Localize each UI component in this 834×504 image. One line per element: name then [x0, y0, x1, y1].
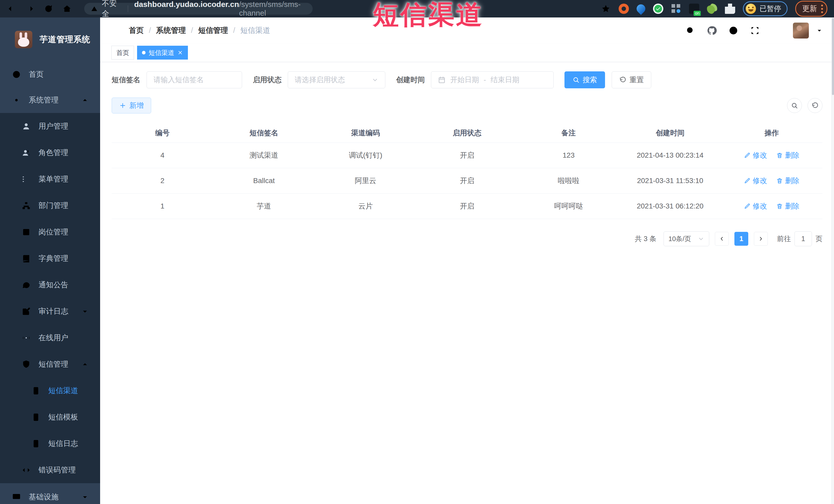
security-label: 不安全 — [102, 0, 122, 19]
tab-home[interactable]: 首页 — [111, 46, 134, 60]
avatar[interactable] — [793, 23, 809, 39]
sidebar-item-posts[interactable]: 岗位管理 — [0, 219, 100, 245]
chevron-left-icon — [719, 236, 725, 242]
font-size-icon[interactable] — [771, 25, 782, 36]
sidebar-item-online-users[interactable]: 在线用户 — [0, 325, 100, 351]
edit-link[interactable]: 修改 — [744, 201, 767, 211]
collapse-sidebar-icon[interactable] — [109, 25, 120, 36]
extensions-puzzle-icon[interactable] — [725, 4, 735, 14]
sidebar-item-depts[interactable]: 部门管理 — [0, 192, 100, 219]
tab-sms-channel[interactable]: 短信渠道 — [137, 46, 188, 60]
update-label: 更新 — [802, 4, 817, 14]
table-row: 4 测试渠道 调试(钉钉) 开启 123 2021-04-13 00:23:14… — [112, 143, 822, 168]
sidebar-item-error-code[interactable]: 错误码管理 — [0, 457, 100, 483]
chevron-up-icon — [81, 360, 89, 368]
address-bar[interactable]: 不安全 dashboard.yudao.iocoder.cn/system/sm… — [84, 3, 313, 15]
refresh-table-button[interactable] — [808, 98, 822, 113]
pagination: 共 3 条 10条/页 1 前往 页 — [112, 231, 822, 246]
refresh-icon — [811, 102, 818, 109]
extension-icon-grid[interactable] — [671, 4, 681, 14]
sidebar-item-sms-log[interactable]: 短信日志 — [0, 430, 100, 457]
toggle-search-button[interactable] — [787, 98, 802, 113]
sidebar-item-sms-template[interactable]: 短信模板 — [0, 404, 100, 430]
page-size-select[interactable]: 10条/页 — [663, 231, 709, 246]
browser-home-icon[interactable] — [62, 4, 72, 14]
page-content: 短信签名 启用状态 请选择启用状态 创建时间 — [100, 62, 834, 504]
delete-link[interactable]: 删除 — [776, 151, 799, 160]
sidebar-item-notice[interactable]: 通知公告 — [0, 272, 100, 298]
breadcrumb-home[interactable]: 首页 — [129, 25, 144, 36]
page-number-1[interactable]: 1 — [734, 232, 748, 246]
prev-page-button[interactable] — [715, 232, 729, 246]
phone-icon — [31, 439, 41, 448]
browser-update-button[interactable]: 更新 — [795, 1, 827, 17]
browser-toolbar: 不安全 dashboard.yudao.iocoder.cn/system/sm… — [0, 0, 834, 18]
sidebar-item-audit-log[interactable]: 审计日志 — [0, 298, 100, 325]
chevron-right-icon — [758, 236, 764, 242]
sidebar-item-infra[interactable]: 基础设施 — [0, 484, 100, 504]
delete-link[interactable]: 删除 — [776, 176, 799, 185]
sidebar-item-roles[interactable]: 角色管理 — [0, 139, 100, 166]
edit-link[interactable]: 修改 — [744, 176, 767, 185]
tags-view-bar: 首页 短信渠道 — [100, 44, 834, 62]
browser-menu-icon[interactable] — [821, 5, 823, 13]
breadcrumb-sms[interactable]: 短信管理 — [186, 25, 228, 36]
sidebar-item-sms-channel[interactable]: 短信渠道 — [0, 377, 100, 404]
range-separator: - — [484, 76, 486, 84]
sidebar-item-home[interactable]: 首页 — [0, 62, 100, 87]
date-range-picker[interactable]: 开始日期 - 结束日期 — [431, 71, 554, 88]
url-path: /system/sms/sms-channel — [239, 0, 306, 18]
breadcrumb-current: 短信渠道 — [228, 25, 270, 36]
chevron-down-icon[interactable] — [816, 27, 823, 34]
github-icon[interactable] — [707, 25, 717, 36]
profile-emoji-icon — [746, 4, 756, 14]
page-scrollbar[interactable] — [831, 18, 834, 504]
app-header: 首页 系统管理 短信管理 短信渠道 — [100, 18, 834, 44]
code-icon — [22, 465, 31, 475]
sidebar-item-system[interactable]: 系统管理 — [0, 87, 100, 113]
reset-button[interactable]: 重置 — [612, 71, 651, 88]
main-area: 首页 系统管理 短信管理 短信渠道 首页 短信渠道 — [100, 18, 834, 504]
browser-forward-icon[interactable] — [25, 4, 35, 14]
edit-link[interactable]: 修改 — [744, 151, 767, 160]
delete-link[interactable]: 删除 — [776, 201, 799, 211]
fullscreen-icon[interactable] — [750, 25, 760, 36]
sidebar: 芋道管理系统 首页 系统管理 用户管理 角色管理 菜单管理 — [0, 18, 100, 504]
edit-icon — [744, 203, 751, 210]
browser-back-icon[interactable] — [7, 4, 17, 14]
sidebar-item-users[interactable]: 用户管理 — [0, 113, 100, 139]
header-actions — [685, 23, 823, 39]
breadcrumb-system[interactable]: 系统管理 — [144, 25, 186, 36]
page-unit-label: 页 — [815, 234, 822, 243]
status-select[interactable]: 请选择启用状态 — [288, 71, 385, 88]
goto-page-input[interactable] — [794, 231, 812, 246]
scrollbar-thumb[interactable] — [832, 18, 834, 95]
next-page-button[interactable] — [754, 232, 768, 246]
filter-form: 短信签名 启用状态 请选择启用状态 创建时间 — [112, 71, 822, 88]
goto-label: 前往 — [777, 234, 791, 243]
plus-icon — [119, 102, 126, 109]
chevron-up-icon — [81, 96, 89, 104]
search-button[interactable]: 搜索 — [565, 71, 605, 88]
sidebar-item-sms[interactable]: 短信管理 — [0, 351, 100, 377]
extension-icon-pin[interactable] — [635, 3, 647, 15]
search-icon[interactable] — [685, 25, 695, 36]
sign-input[interactable] — [154, 76, 235, 84]
close-icon[interactable] — [177, 50, 183, 56]
sidebar-logo[interactable]: 芋道管理系统 — [0, 18, 100, 62]
profile-paused-badge[interactable]: 已暂停 — [743, 1, 788, 16]
gear-icon — [12, 95, 21, 105]
bookmark-star-icon[interactable] — [601, 4, 611, 14]
extension-icon-orange[interactable] — [619, 4, 629, 14]
extension-icon-check[interactable] — [653, 4, 663, 14]
chevron-down-icon — [698, 236, 704, 242]
add-button[interactable]: 新增 — [112, 97, 151, 113]
browser-reload-icon[interactable] — [44, 4, 53, 14]
extension-icon-sprout[interactable] — [707, 4, 717, 14]
edit-square-icon — [22, 307, 31, 316]
sidebar-item-dict[interactable]: 字典管理 — [0, 245, 100, 272]
badge-icon — [22, 227, 31, 237]
sidebar-item-menus[interactable]: 菜单管理 — [0, 166, 100, 192]
help-icon[interactable] — [728, 25, 739, 36]
extension-icon-on-badge[interactable] — [689, 4, 699, 14]
